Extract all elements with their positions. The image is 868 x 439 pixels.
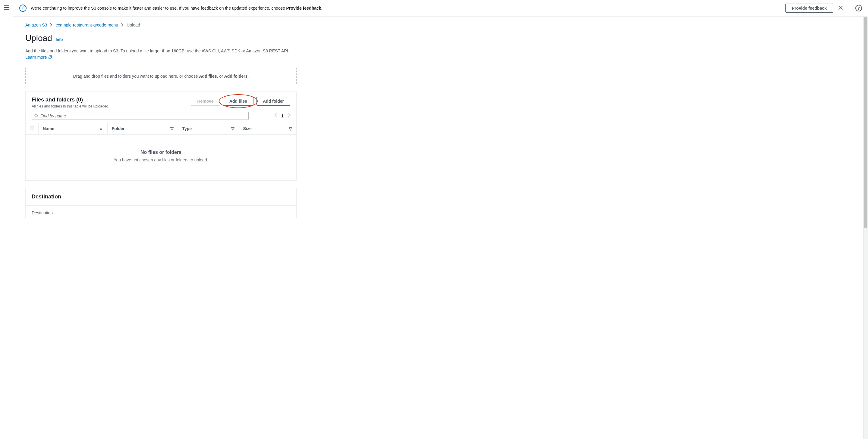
column-size-label: Size [243, 126, 252, 131]
help-icon[interactable]: ? [855, 5, 862, 11]
search-icon [34, 114, 38, 118]
search-box[interactable] [32, 112, 249, 120]
empty-state: No files or folders You have not chosen … [26, 135, 296, 180]
dropzone-mid: , or [217, 74, 224, 78]
sort-asc-icon: ▲ [99, 126, 103, 131]
hamburger-icon[interactable] [2, 4, 11, 12]
breadcrumb-current: Upload [127, 23, 140, 27]
svg-line-4 [37, 116, 38, 118]
files-panel-title: Files and folders (0) [32, 97, 109, 103]
description-text: Add the files and folders you want to up… [25, 48, 289, 53]
learn-more-text: Learn more [25, 55, 47, 60]
dropzone-bold1: Add files [199, 74, 217, 78]
add-files-button[interactable]: Add files [223, 97, 253, 106]
close-icon[interactable] [837, 4, 844, 12]
destination-panel: Destination Destination [25, 188, 297, 218]
chevron-right-icon [121, 23, 124, 27]
banner-text-before: We're continuing to improve the S3 conso… [31, 6, 286, 10]
search-input[interactable] [40, 113, 246, 118]
remove-button: Remove [191, 97, 220, 106]
empty-title: No files or folders [32, 150, 290, 155]
previous-page-icon[interactable] [275, 113, 277, 118]
destination-label: Destination [32, 210, 290, 215]
scrollbar[interactable] [863, 17, 868, 439]
sort-icon: ▽ [231, 126, 235, 131]
svg-point-3 [35, 114, 37, 117]
breadcrumb: Amazon S3 example-restaurant-qrcode-menu… [25, 23, 856, 27]
provide-feedback-button[interactable]: Provide feedback [785, 4, 833, 13]
banner-text-after: . [321, 6, 322, 10]
breadcrumb-link-bucket[interactable]: example-restaurant-qrcode-menu [56, 23, 118, 27]
column-folder[interactable]: Folder ▽ [107, 123, 178, 134]
dropzone-text1: Drag and drop files and folders you want… [73, 74, 199, 78]
add-folder-button[interactable]: Add folder [256, 97, 290, 106]
column-size[interactable]: Size ▽ [239, 123, 296, 134]
info-banner: i We're continuing to improve the S3 con… [13, 0, 868, 16]
column-type[interactable]: Type ▽ [178, 123, 239, 134]
learn-more-link[interactable]: Learn more [25, 55, 52, 60]
banner-text-bold: Provide feedback [286, 6, 321, 10]
info-link[interactable]: Info [56, 37, 63, 42]
next-page-icon[interactable] [288, 113, 290, 118]
external-link-icon [48, 55, 52, 61]
page-description: Add the files and folders you want to up… [25, 48, 297, 61]
column-folder-label: Folder [112, 126, 125, 131]
column-type-label: Type [182, 126, 192, 131]
sort-icon: ▽ [289, 126, 292, 131]
drop-zone[interactable]: Drag and drop files and folders you want… [25, 68, 297, 84]
page-title: Upload [25, 33, 52, 43]
info-icon: i [19, 4, 27, 12]
chevron-right-icon [50, 23, 53, 27]
sidebar-collapsed [0, 0, 13, 439]
files-panel-subtitle: All files and folders in this table will… [32, 104, 109, 108]
files-panel: Files and folders (0) All files and fold… [25, 92, 297, 181]
pagination: 1 [275, 113, 290, 118]
breadcrumb-link-amazons3[interactable]: Amazon S3 [25, 23, 47, 27]
column-name-label: Name [43, 126, 54, 131]
dropzone-after: . [248, 74, 249, 78]
page-number: 1 [281, 113, 284, 118]
scrollbar-thumb[interactable] [864, 17, 867, 228]
destination-panel-title: Destination [32, 194, 61, 200]
empty-subtitle: You have not chosen any files or folders… [32, 158, 290, 162]
checkbox-disabled-icon [30, 126, 34, 130]
banner-text: We're continuing to improve the S3 conso… [31, 6, 781, 10]
dropzone-bold2: Add folders [224, 74, 248, 78]
files-table: Name ▲ Folder ▽ Type ▽ [26, 123, 296, 135]
column-name[interactable]: Name ▲ [38, 123, 107, 134]
select-all-header [26, 123, 38, 134]
sort-icon: ▽ [170, 126, 174, 131]
